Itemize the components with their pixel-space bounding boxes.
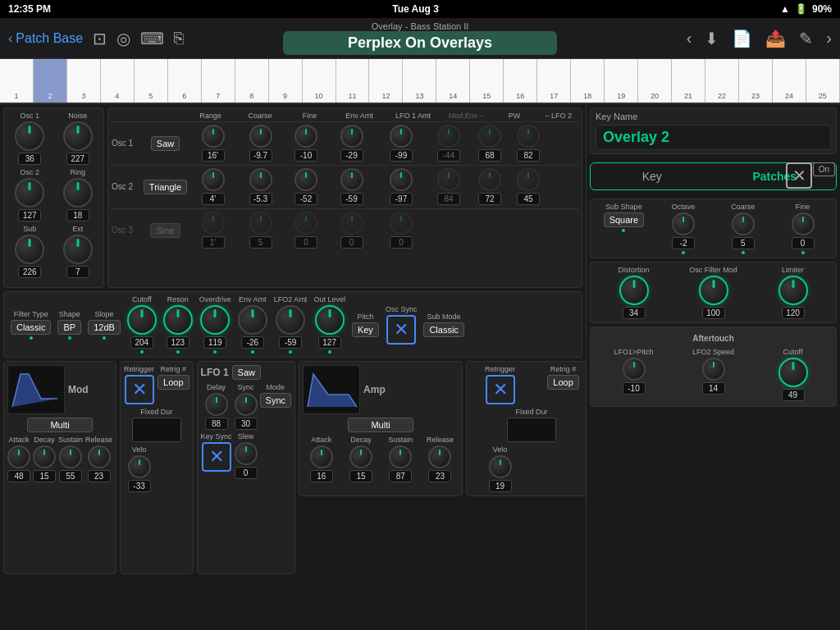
osc2-shape[interactable]: Triangle: [143, 180, 188, 194]
osc2-modenv-knob[interactable]: [437, 168, 460, 191]
osc1-envamt-knob[interactable]: [340, 125, 363, 148]
edit-icon[interactable]: ✎: [799, 29, 813, 48]
piano-key-5[interactable]: 5: [135, 59, 168, 103]
piano-key-4[interactable]: 4: [101, 59, 135, 103]
osc2-fine-knob[interactable]: [294, 168, 317, 191]
distortion-knob[interactable]: [619, 276, 649, 305]
fine-right-knob[interactable]: [792, 212, 815, 235]
piano-key-22[interactable]: 22: [705, 59, 739, 103]
osc-filter-mod-knob[interactable]: [699, 276, 728, 305]
coarse-right-knob[interactable]: [732, 212, 755, 235]
amp-retrig-num-value[interactable]: Loop: [547, 375, 578, 390]
on-badge[interactable]: On: [813, 162, 835, 176]
osc2-pw-knob[interactable]: [478, 168, 501, 191]
amp-velo-knob[interactable]: [489, 455, 512, 478]
osc2-mix-knob[interactable]: [15, 178, 44, 208]
piano-key-20[interactable]: 20: [638, 59, 672, 103]
piano-key-19[interactable]: 19: [605, 59, 638, 103]
osc1-range-knob[interactable]: [202, 125, 225, 148]
amp-decay-knob[interactable]: [349, 445, 372, 468]
amp-retrigger-button[interactable]: ✕: [486, 375, 515, 404]
piano-key-2[interactable]: 2: [34, 59, 67, 103]
amp-release-knob[interactable]: [428, 445, 451, 468]
osc3-range-knob[interactable]: [202, 212, 225, 235]
patch-title[interactable]: Perplex On Overlays: [283, 31, 558, 55]
piano-key-14[interactable]: 14: [436, 59, 470, 103]
piano-key-13[interactable]: 13: [403, 59, 436, 103]
copy-icon[interactable]: ⎘: [174, 29, 184, 48]
amp-env-mode[interactable]: Multi: [348, 418, 413, 432]
nav-right-icon[interactable]: ›: [826, 29, 832, 48]
osc1-shape[interactable]: Saw: [143, 136, 188, 151]
piano-key-15[interactable]: 15: [470, 59, 504, 103]
osc2-range-knob[interactable]: [202, 168, 225, 191]
amp-sustain-knob[interactable]: [389, 445, 412, 468]
piano-key-10[interactable]: 10: [303, 59, 336, 103]
key-tab[interactable]: Key: [591, 163, 714, 189]
back-button[interactable]: ‹ Patch Base: [8, 31, 83, 46]
keyboard-icon[interactable]: ⌨: [140, 29, 164, 48]
lfo1-sync-knob[interactable]: [235, 393, 258, 416]
osc1-lfoamt-knob[interactable]: [390, 125, 413, 148]
filter-reson-knob[interactable]: [163, 305, 193, 335]
osc1-shape-value[interactable]: Saw: [151, 136, 180, 151]
osc1-lfo2-knob[interactable]: [517, 125, 540, 148]
ext-knob[interactable]: [63, 235, 93, 264]
osc2-shape-value[interactable]: Triangle: [144, 180, 187, 194]
piano-key-12[interactable]: 12: [369, 59, 403, 103]
filter-outlevel-knob[interactable]: [315, 305, 345, 335]
osc3-fine-knob[interactable]: [294, 212, 317, 235]
noise-knob[interactable]: [63, 121, 93, 151]
piano-key-7[interactable]: 7: [202, 59, 235, 103]
lfo1-delay-knob[interactable]: [205, 393, 228, 416]
page-icon[interactable]: 📄: [732, 29, 752, 48]
mod-attack-knob[interactable]: [7, 445, 30, 468]
osc2-coarse-knob[interactable]: [249, 168, 272, 191]
osc3-lfoamt-knob[interactable]: [390, 212, 413, 235]
osc2-lfo2-knob[interactable]: [517, 168, 540, 191]
mod-decay-knob[interactable]: [33, 445, 56, 468]
osc3-envamt-knob[interactable]: [340, 212, 363, 235]
osc1-fine-knob[interactable]: [294, 125, 317, 148]
download-icon[interactable]: ⬇: [705, 29, 719, 48]
filter-lfo2amt-knob[interactable]: [276, 305, 305, 335]
osc3-coarse-knob[interactable]: [249, 212, 272, 235]
filter-shape-value[interactable]: BP: [57, 320, 81, 335]
osc1-modenv-knob[interactable]: [437, 125, 460, 148]
at-lfo1pitch-knob[interactable]: [623, 358, 646, 381]
piano-key-18[interactable]: 18: [571, 59, 605, 103]
piano-key-17[interactable]: 17: [537, 59, 571, 103]
library-icon[interactable]: ⊡: [93, 29, 107, 48]
osc1-pw-knob[interactable]: [478, 125, 501, 148]
piano-key-23[interactable]: 23: [739, 59, 773, 103]
mod-env-mode[interactable]: Multi: [27, 418, 93, 432]
lfo1-slew-knob[interactable]: [235, 442, 258, 465]
mod-retrig-num-value[interactable]: Loop: [158, 375, 189, 390]
osc-sync-button[interactable]: ✕: [386, 315, 416, 345]
piano-key-1[interactable]: 1: [0, 59, 34, 103]
piano-key-24[interactable]: 24: [773, 59, 806, 103]
octave-knob[interactable]: [672, 212, 695, 235]
filter-cutoff-knob[interactable]: [127, 305, 157, 335]
lfo1-mode-value[interactable]: Sync: [260, 393, 291, 408]
filter-pitch-value[interactable]: Key: [352, 322, 379, 337]
osc2-lfoamt-knob[interactable]: [390, 168, 413, 191]
filter-envamt-knob[interactable]: [238, 305, 267, 335]
osc2-envamt-knob[interactable]: [340, 168, 363, 191]
piano-key-6[interactable]: 6: [168, 59, 202, 103]
piano-key-11[interactable]: 11: [336, 59, 370, 103]
lfo1-keysync-button[interactable]: ✕: [202, 442, 231, 472]
osc3-shape[interactable]: Sine: [143, 223, 188, 238]
at-cutoff-knob[interactable]: [778, 358, 808, 387]
osc1-mix-knob[interactable]: [15, 121, 44, 151]
piano-key-3[interactable]: 3: [67, 59, 101, 103]
share-icon[interactable]: 📤: [765, 29, 786, 48]
lfo1-shape[interactable]: Saw: [232, 365, 261, 380]
mod-velo-knob[interactable]: [128, 455, 151, 478]
filter-submode-value[interactable]: Classic: [423, 322, 463, 337]
osc3-shape-value[interactable]: Sine: [150, 223, 180, 238]
piano-key-9[interactable]: 9: [269, 59, 303, 103]
filter-overdrive-knob[interactable]: [200, 305, 230, 335]
filter-slope-value[interactable]: 12dB: [88, 320, 121, 335]
mod-retrigger-button[interactable]: ✕: [125, 375, 154, 404]
